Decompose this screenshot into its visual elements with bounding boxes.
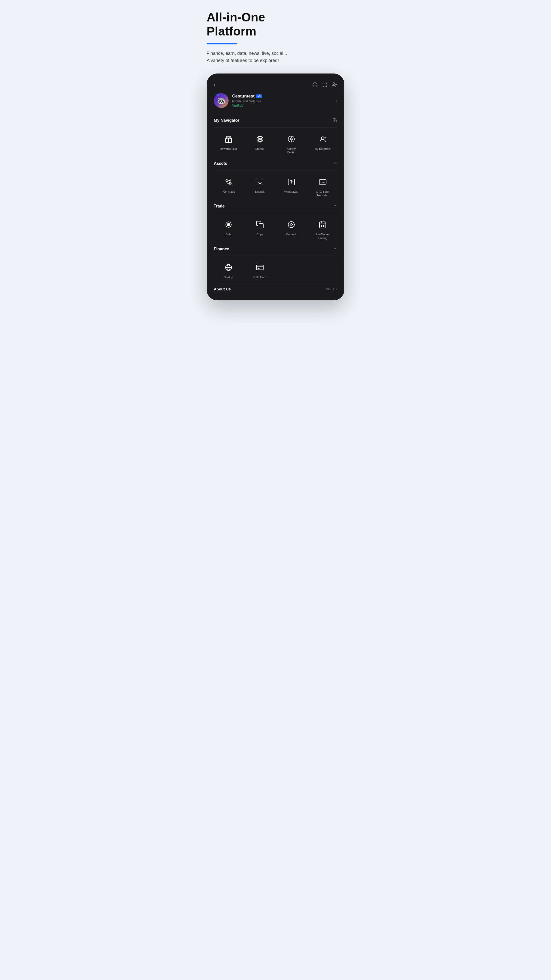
navigator-title: My Navigator (214, 118, 239, 123)
nav-item-startup-fin[interactable]: Startup (214, 259, 243, 281)
finance-section: Finance Startup (214, 244, 337, 281)
rewards-hub-icon-wrap (223, 133, 234, 145)
withdrawal-icon-wrap (286, 176, 297, 188)
nft-badge: NFT (214, 93, 219, 96)
back-button[interactable]: ‹ (214, 82, 216, 88)
p2p-label: P2P Trade (222, 190, 235, 193)
page-wrapper: All-in-OnePlatform Finance, earn, data, … (206, 10, 345, 301)
svg-rect-24 (320, 222, 326, 228)
p2p-icon-wrap (223, 176, 234, 188)
bots-label: Bots (225, 232, 231, 236)
trade-divider (214, 213, 337, 213)
assets-section: Assets P2P Trade (214, 159, 337, 199)
about-version: v6.0.0 › (326, 287, 337, 291)
finance-divider (214, 256, 337, 256)
top-icons (312, 82, 337, 88)
nav-item-premarket[interactable]: Pre-MarketTrading (308, 217, 337, 242)
profile-left: NFT 🦝 Cestuntest v5 Profile and Settings… (214, 93, 262, 108)
deposit-icon-wrap (254, 176, 266, 188)
assets-divider (214, 170, 337, 170)
startup-label: Startup (256, 147, 264, 151)
nav-item-activity-center[interactable]: ActivityCenter (276, 131, 306, 156)
person-add-icon[interactable] (332, 82, 337, 88)
svg-point-13 (226, 180, 228, 181)
nav-item-withdrawal[interactable]: Withdrawal (276, 174, 306, 199)
scan-icon[interactable] (322, 82, 327, 88)
profile-settings-label: Profile and Settings (232, 99, 262, 103)
my-referrals-label: My Referrals (314, 147, 330, 151)
trade-title: Trade (214, 204, 225, 208)
trade-grid: Bots Copy Convert (214, 217, 337, 242)
startup-fin-icon-wrap (223, 262, 234, 273)
accent-bar (206, 43, 237, 45)
assets-grid: P2P Trade Deposit Withdrawal (214, 174, 337, 199)
otc-icon-wrap: OTC (317, 176, 329, 188)
nav-item-gate-card[interactable]: Gate Card (245, 259, 275, 281)
headset-icon[interactable] (312, 82, 318, 88)
assets-title: Assets (214, 161, 227, 166)
deposit-label: Deposit (255, 190, 265, 193)
finance-header: Finance (214, 244, 337, 255)
nav-item-convert[interactable]: Convert (276, 217, 306, 242)
startup-fin-label: Startup (224, 275, 233, 279)
nav-item-deposit[interactable]: Deposit (245, 174, 275, 199)
activity-center-icon-wrap (286, 133, 297, 145)
nav-item-otc[interactable]: OTC OTC BankTransefer (308, 174, 337, 199)
withdrawal-label: Withdrawal (284, 190, 298, 193)
premarket-label: Pre-MarketTrading (316, 232, 329, 240)
avatar: NFT 🦝 (214, 93, 229, 108)
phone-mockup: ‹ (206, 73, 345, 301)
verified-label: Verified (232, 103, 262, 107)
gate-card-label: Gate Card (253, 275, 266, 279)
trade-collapse-icon[interactable] (333, 204, 337, 209)
nav-item-my-referrals[interactable]: My Referrals (308, 131, 337, 156)
username: Cestuntest (232, 94, 254, 99)
navigator-section: My Navigator Rewards Hub (214, 115, 337, 156)
finance-title: Finance (214, 247, 229, 251)
profile-row[interactable]: NFT 🦝 Cestuntest v5 Profile and Settings… (214, 93, 337, 108)
svg-point-23 (288, 221, 294, 228)
nav-item-copy[interactable]: Copy (245, 217, 275, 242)
avatar-image: 🦝 (217, 97, 226, 105)
premarket-icon-wrap (317, 219, 329, 231)
otc-label: OTC BankTransefer (316, 190, 329, 197)
my-referrals-icon-wrap (317, 133, 329, 145)
profile-chevron: › (336, 98, 337, 103)
svg-text:OTC: OTC (321, 181, 325, 183)
page-title: All-in-OnePlatform (206, 10, 345, 38)
nav-item-p2p[interactable]: P2P Trade (214, 174, 243, 199)
profile-name-row: Cestuntest v5 (232, 94, 262, 99)
edit-icon[interactable] (333, 118, 337, 123)
bots-icon-wrap (223, 219, 234, 231)
startup-icon-wrap (254, 133, 266, 145)
trade-section: Trade Bots Copy (214, 201, 337, 242)
svg-rect-22 (259, 224, 263, 228)
convert-label: Convert (286, 232, 296, 236)
profile-info: Cestuntest v5 Profile and Settings Verif… (232, 94, 262, 107)
nav-item-bots[interactable]: Bots (214, 217, 243, 242)
convert-icon-wrap (286, 219, 297, 231)
svg-point-10 (321, 137, 324, 140)
trade-header: Trade (214, 201, 337, 212)
rewards-hub-label: Rewards Hub (220, 147, 237, 151)
nav-item-rewards-hub[interactable]: Rewards Hub (214, 131, 243, 156)
assets-collapse-icon[interactable] (333, 161, 337, 166)
top-bar: ‹ (214, 82, 337, 88)
svg-rect-29 (256, 265, 263, 270)
navigator-grid: Rewards Hub Startup ActivityCenter (214, 131, 337, 156)
gate-card-icon-wrap (254, 262, 266, 273)
version-badge: v5 (256, 94, 262, 98)
about-us-row[interactable]: About Us v6.0.0 › (214, 283, 337, 292)
svg-point-21 (228, 224, 229, 225)
nav-item-startup[interactable]: Startup (245, 131, 275, 156)
about-us-label: About Us (214, 287, 231, 291)
page-subtitle: Finance, earn, data, news, live, social.… (206, 50, 345, 64)
navigator-header: My Navigator (214, 115, 337, 127)
copy-label: Copy (257, 232, 263, 236)
assets-header: Assets (214, 159, 337, 170)
svg-point-0 (333, 83, 335, 84)
activity-center-label: ActivityCenter (287, 147, 295, 154)
copy-icon-wrap (254, 219, 266, 231)
finance-grid: Startup Gate Card (214, 259, 337, 281)
finance-collapse-icon[interactable] (333, 247, 337, 251)
